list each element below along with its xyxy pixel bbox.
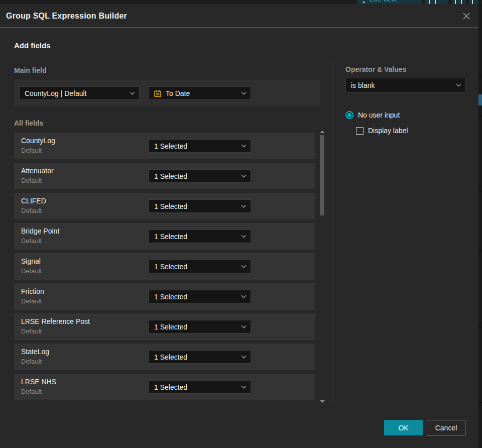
- ok-button[interactable]: OK: [384, 420, 423, 435]
- field-selected-dropdown[interactable]: 1 Selected: [149, 139, 251, 153]
- field-row[interactable]: Attenuator Default 1 Selected: [14, 163, 315, 189]
- no-user-input-radio[interactable]: No user input: [345, 111, 400, 119]
- field-selected-dropdown-label: 1 Selected: [154, 323, 242, 331]
- field-selected-dropdown-label: 1 Selected: [154, 263, 242, 271]
- background-scrollbar-thumb: [478, 94, 482, 105]
- field-subtitle: Default: [21, 147, 42, 154]
- background-toolbar-segment: [469, 0, 478, 4]
- field-row[interactable]: Signal Default 1 Selected: [14, 253, 315, 280]
- all-fields-list: CountyLog Default 1 Selected Attenuator …: [14, 133, 315, 404]
- toolbar-bar-icon: [429, 0, 430, 4]
- background-app-top-strip: Live view: [0, 0, 482, 4]
- field-row[interactable]: Bridge Point Default 1 Selected: [14, 223, 315, 250]
- operator-values-label: Operator & Values: [345, 65, 406, 73]
- field-row[interactable]: LRSE Reference Post Default 1 Selected: [14, 313, 315, 340]
- cancel-button[interactable]: Cancel: [427, 420, 465, 435]
- background-app-right-strip: [478, 4, 482, 448]
- field-subtitle: Default: [21, 358, 42, 365]
- live-view-button[interactable]: Live view: [357, 0, 422, 4]
- field-selected-dropdown[interactable]: 1 Selected: [149, 260, 251, 273]
- field-row[interactable]: LRSE NHS Default 1 Selected: [14, 374, 315, 400]
- field-name: LRSE Reference Post: [21, 317, 90, 325]
- main-field-date-select[interactable]: To Date: [148, 86, 251, 100]
- main-field-date-value: To Date: [166, 89, 242, 97]
- field-subtitle: Default: [21, 267, 42, 275]
- scrollbar-down-arrow[interactable]: [320, 400, 325, 403]
- field-selected-dropdown-label: 1 Selected: [154, 353, 242, 361]
- field-selected-dropdown[interactable]: 1 Selected: [149, 320, 251, 333]
- field-subtitle: Default: [21, 207, 42, 214]
- field-subtitle: Default: [21, 297, 42, 305]
- chevron-down-icon: [242, 173, 247, 178]
- field-selected-dropdown-label: 1 Selected: [154, 202, 242, 210]
- close-icon: [462, 12, 470, 20]
- toolbar-bar-icon: [472, 0, 473, 4]
- field-row[interactable]: CountyLog Default 1 Selected: [14, 133, 315, 159]
- field-row[interactable]: StateLog Default 1 Selected: [14, 344, 315, 370]
- field-selected-dropdown[interactable]: 1 Selected: [149, 380, 251, 394]
- background-toolbar-segment: [425, 0, 448, 4]
- field-selected-dropdown[interactable]: 1 Selected: [149, 169, 251, 183]
- field-selected-dropdown[interactable]: 1 Selected: [149, 290, 251, 303]
- field-name: Attenuator: [21, 167, 54, 175]
- chevron-down-icon: [242, 263, 247, 268]
- close-button[interactable]: [460, 10, 472, 22]
- field-row[interactable]: Friction Default 1 Selected: [14, 283, 315, 310]
- checkbox-unchecked-icon: [356, 127, 364, 135]
- chevron-down-icon: [242, 143, 247, 148]
- dialog-titlebar: Group SQL Expression Builder: [0, 4, 478, 28]
- dialog-title: Group SQL Expression Builder: [6, 4, 127, 28]
- field-subtitle: Default: [21, 327, 42, 335]
- field-selected-dropdown-label: 1 Selected: [154, 293, 242, 301]
- chevron-down-icon: [242, 233, 247, 238]
- field-selected-dropdown[interactable]: 1 Selected: [149, 230, 251, 243]
- field-name: Signal: [21, 257, 41, 265]
- field-selected-dropdown-label: 1 Selected: [154, 142, 242, 150]
- operator-select[interactable]: is blank: [345, 78, 466, 92]
- chevron-down-icon: [130, 90, 135, 95]
- field-selected-dropdown[interactable]: 1 Selected: [149, 350, 251, 364]
- live-view-dot-icon: [363, 1, 365, 4]
- display-label-checkbox-row[interactable]: Display label: [356, 127, 408, 135]
- scrollbar-thumb[interactable]: [320, 135, 324, 215]
- field-selected-dropdown-label: 1 Selected: [154, 172, 242, 180]
- toolbar-bar-icon: [435, 0, 436, 4]
- field-selected-dropdown-label: 1 Selected: [154, 383, 242, 391]
- chevron-down-icon: [242, 90, 247, 95]
- background-toolbar-segment: [452, 0, 466, 4]
- field-selected-dropdown[interactable]: 1 Selected: [149, 199, 251, 213]
- display-label-label: Display label: [368, 127, 408, 135]
- chevron-down-icon: [242, 354, 247, 359]
- main-field-container: CountyLog | Default To Date: [14, 80, 320, 106]
- main-field-select[interactable]: CountyLog | Default: [19, 86, 140, 100]
- field-name: CLIFED: [21, 197, 46, 205]
- field-name: Friction: [21, 287, 44, 295]
- field-name: LRSE NHS: [21, 378, 56, 386]
- toolbar-bar-icon: [455, 0, 456, 4]
- live-view-label: Live view: [370, 0, 396, 3]
- field-row[interactable]: CLIFED Default 1 Selected: [14, 193, 315, 219]
- calendar-icon: [154, 89, 162, 97]
- chevron-down-icon: [242, 293, 247, 298]
- all-fields-label: All fields: [14, 119, 43, 127]
- operator-select-value: is blank: [351, 81, 457, 89]
- field-subtitle: Default: [21, 177, 42, 184]
- field-name: StateLog: [21, 348, 49, 356]
- field-subtitle: Default: [21, 388, 42, 395]
- main-field-select-value: CountyLog | Default: [25, 89, 131, 97]
- scrollbar-up-arrow[interactable]: [320, 131, 325, 133]
- no-user-input-label: No user input: [358, 111, 400, 119]
- chevron-down-icon: [242, 323, 247, 328]
- group-sql-expression-builder-dialog: Group SQL Expression Builder Add fields …: [0, 4, 478, 448]
- field-name: CountyLog: [21, 137, 55, 145]
- main-field-label: Main field: [14, 66, 47, 74]
- chevron-down-icon: [456, 82, 461, 87]
- chevron-down-icon: [242, 384, 247, 389]
- add-fields-heading: Add fields: [14, 41, 51, 50]
- chevron-down-icon: [242, 203, 247, 208]
- panel-divider: [332, 61, 332, 405]
- field-selected-dropdown-label: 1 Selected: [154, 233, 242, 241]
- screen: Live view Group SQL Expression Builder: [0, 0, 482, 448]
- radio-selected-icon: [345, 111, 353, 119]
- field-name: Bridge Point: [21, 227, 59, 235]
